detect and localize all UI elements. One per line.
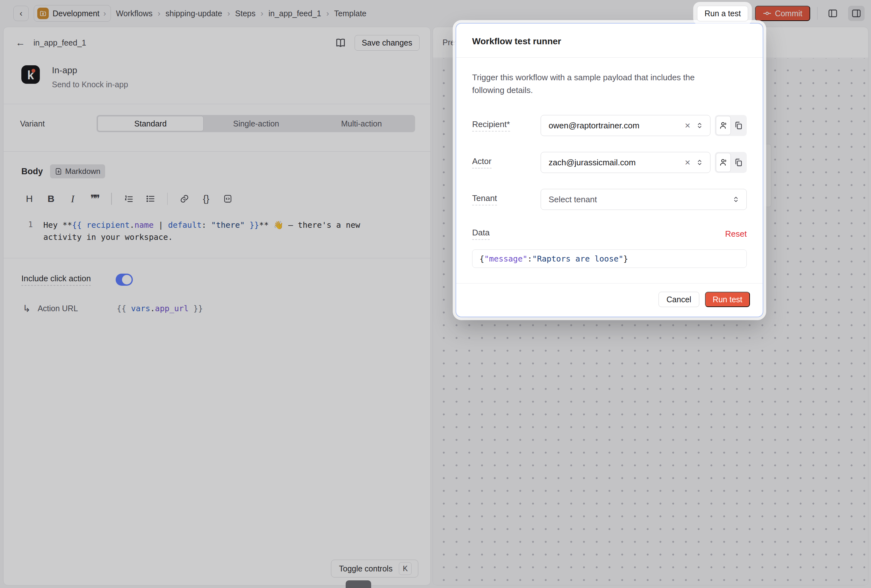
- actor-mode-switch: [715, 152, 747, 173]
- actor-value: zach@jurassicmail.com: [549, 158, 679, 168]
- recipient-user-mode-button[interactable]: [716, 116, 731, 135]
- chevron-updown-icon[interactable]: [696, 158, 704, 167]
- run-test-button[interactable]: Run test: [705, 292, 750, 307]
- tenant-select[interactable]: Select tenant: [541, 189, 747, 210]
- actor-combobox[interactable]: zach@jurassicmail.com ×: [541, 152, 711, 173]
- clear-actor-icon[interactable]: ×: [685, 158, 690, 167]
- run-a-test-button[interactable]: Run a test: [697, 6, 748, 21]
- data-label: Data: [472, 228, 541, 240]
- recipient-mode-switch: [715, 115, 747, 136]
- data-header-row: Data Reset: [472, 228, 747, 240]
- app-screen: ‹ Development › Workflows › shipping-upd…: [0, 0, 871, 588]
- workflow-test-runner-modal: Workflow test runner Trigger this workfl…: [456, 23, 763, 317]
- user-icon: [719, 158, 728, 167]
- user-icon: [719, 121, 728, 130]
- recipient-combobox[interactable]: owen@raptortrainer.com ×: [541, 115, 711, 136]
- recipient-value: owen@raptortrainer.com: [549, 121, 679, 130]
- modal-footer: Cancel Run test: [456, 283, 763, 317]
- chevron-updown-icon[interactable]: [696, 121, 704, 130]
- chevron-updown-icon: [732, 195, 740, 203]
- recipient-label: Recipient*: [472, 120, 541, 132]
- tenant-placeholder: Select tenant: [549, 195, 732, 205]
- recipient-field-row: Recipient* owen@raptortrainer.com ×: [472, 115, 747, 136]
- actor-user-mode-button[interactable]: [716, 153, 731, 172]
- modal-body: Trigger this workflow with a sample payl…: [456, 58, 763, 268]
- tenant-label: Tenant: [472, 193, 541, 205]
- recipient-copy-json-button[interactable]: [731, 116, 746, 135]
- actor-field-row: Actor zach@jurassicmail.com ×: [472, 152, 747, 173]
- copy-icon: [734, 121, 743, 130]
- reset-link[interactable]: Reset: [725, 229, 747, 239]
- cancel-button[interactable]: Cancel: [658, 292, 699, 307]
- copy-icon: [734, 158, 743, 167]
- clear-recipient-icon[interactable]: ×: [685, 121, 690, 130]
- modal-description: Trigger this workflow with a sample payl…: [472, 71, 727, 97]
- tenant-field-row: Tenant Select tenant: [472, 189, 747, 210]
- data-json-input[interactable]: {"message": "Raptors are loose"}: [472, 250, 747, 268]
- modal-title: Workflow test runner: [472, 36, 747, 46]
- actor-copy-json-button[interactable]: [731, 153, 746, 172]
- actor-label: Actor: [472, 156, 541, 169]
- modal-header: Workflow test runner: [456, 24, 763, 58]
